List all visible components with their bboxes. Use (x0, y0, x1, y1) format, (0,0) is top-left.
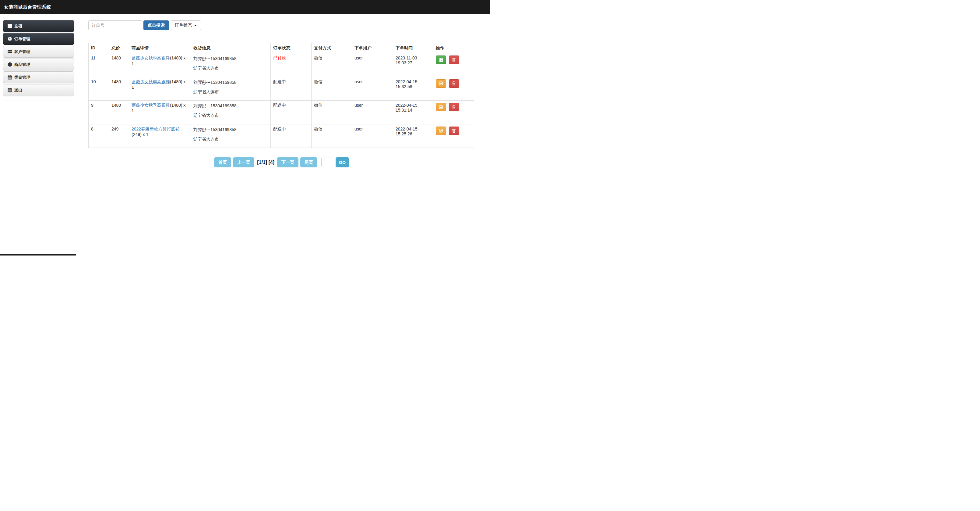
table-row: 10 1480 蔷薇少女秋季高跟鞋(1480) x 1 刘羿彤---153041… (89, 77, 474, 101)
confirm-order-button[interactable] (436, 103, 446, 111)
sidebar-item-order-management[interactable]: 订单管理 (3, 33, 74, 45)
sidebar-item-label: 订单管理 (14, 36, 30, 42)
ship-order-button[interactable] (436, 56, 446, 64)
sidebar-item-options[interactable]: 选项 (3, 20, 74, 32)
trash-icon (452, 128, 456, 133)
first-page-button[interactable]: 首页 (214, 157, 231, 168)
order-product-cell: 蔷薇少女秋季高跟鞋(1480) x 1 (129, 53, 191, 77)
check-square-icon (439, 105, 444, 109)
globe-icon (8, 62, 12, 67)
column-header-payment: 支付方式 (312, 43, 352, 53)
page-info: [1/1] [4] (257, 160, 274, 165)
address: 辽宁省大连市 (193, 65, 268, 71)
product-link[interactable]: 蔷薇少女秋季高跟鞋 (132, 56, 170, 61)
address: 辽宁省大连市 (193, 89, 268, 95)
sidebar-item-logout[interactable]: 退出 (3, 84, 74, 96)
shipping-info-cell: 刘羿彤---15304169858 辽宁省大连市 (191, 77, 271, 101)
sidebar-item-label: 类目管理 (14, 75, 30, 80)
calendar-icon (8, 75, 12, 80)
order-time: 2022-04-15 15:25:26 (393, 124, 433, 148)
payment-method: 微信 (312, 124, 352, 148)
shipping-info-cell: 刘羿彤---15304169858 辽宁省大连市 (191, 101, 271, 125)
app-title: 女装商城后台管理系统 (4, 0, 51, 14)
order-number-input[interactable] (88, 21, 142, 30)
column-header-time: 下单时间 (393, 43, 433, 53)
order-status: 配送中 (271, 124, 312, 148)
table-row: 9 1480 蔷薇少女秋季高跟鞋(1480) x 1 刘羿彤---1530416… (89, 101, 474, 125)
column-header-id: ID (89, 43, 109, 53)
order-total: 249 (109, 124, 129, 148)
calendar-icon (8, 88, 12, 93)
column-header-total: 总价 (109, 43, 129, 53)
chevron-down-icon (194, 25, 197, 26)
confirm-order-button[interactable] (436, 126, 446, 135)
sidebar: 选项 订单管理 客户管理 商品管理 类目管理 (3, 20, 74, 97)
sidebar-item-label: 退出 (14, 88, 22, 93)
recipient: 刘羿彤---15304169858 (193, 126, 268, 133)
delete-order-button[interactable] (449, 103, 459, 111)
order-status-dropdown[interactable]: 订单状态 (171, 21, 201, 30)
delete-order-button[interactable] (449, 56, 459, 64)
order-user: user (352, 124, 393, 148)
sidebar-item-category-management[interactable]: 类目管理 (3, 71, 74, 83)
actions-cell (433, 53, 474, 77)
top-navbar: 女装商城后台管理系统 (0, 0, 490, 14)
column-header-status: 订单状态 (271, 43, 312, 53)
check-square-icon (439, 81, 444, 86)
search-button[interactable]: 点击搜索 (143, 21, 169, 30)
delete-order-button[interactable] (449, 126, 459, 135)
gear-icon (8, 37, 12, 41)
trash-icon (452, 105, 456, 109)
order-search-toolbar: 点击搜索 订单状态 (88, 21, 201, 30)
order-status: 配送中 (271, 77, 312, 101)
shipping-info-cell: 刘羿彤---15304169858 辽宁省大连市 (191, 124, 271, 148)
product-qty: (249) x 1 (132, 132, 148, 137)
order-status: 已付款 (271, 53, 312, 77)
address: 辽宁省大连市 (193, 136, 268, 142)
trash-icon (452, 57, 456, 62)
order-id: 10 (89, 77, 109, 101)
payment-method: 微信 (312, 101, 352, 125)
order-product-cell: 蔷薇少女秋季高跟鞋(1480) x 1 (129, 101, 191, 125)
actions-cell (433, 77, 474, 101)
go-button[interactable]: GO (336, 157, 349, 168)
order-id: 11 (89, 53, 109, 77)
recipient: 刘羿彤---15304169858 (193, 56, 268, 62)
trash-icon (452, 81, 456, 86)
product-link[interactable]: 蔷薇少女秋季高跟鞋 (132, 79, 170, 84)
actions-cell (433, 101, 474, 125)
order-user: user (352, 53, 393, 77)
product-link[interactable]: 蔷薇少女秋季高跟鞋 (132, 103, 170, 108)
prev-page-button[interactable]: 上一页 (233, 157, 254, 168)
order-status-dropdown-label: 订单状态 (175, 22, 192, 28)
th-large-icon (8, 24, 12, 28)
clipboard-arrow-icon (439, 57, 444, 62)
sidebar-item-product-management[interactable]: 商品管理 (3, 59, 74, 70)
table-row: 8 249 2022春装新款方领打底衫(249) x 1 刘羿彤---15304… (89, 124, 474, 148)
column-header-actions: 操作 (433, 43, 474, 53)
orders-table: ID 总价 商品详情 收货信息 订单状态 支付方式 下单用户 下单时间 操作 1… (88, 43, 474, 148)
last-page-button[interactable]: 尾页 (300, 157, 317, 168)
order-time: 2022-04-15 15:31:14 (393, 101, 433, 125)
order-user: user (352, 101, 393, 125)
pagination: 首页 上一页 [1/1] [4] 下一页 尾页 GO (88, 157, 474, 168)
order-user: user (352, 77, 393, 101)
shipping-info-cell: 刘羿彤---15304169858 辽宁省大连市 (191, 53, 271, 77)
table-header-row: ID 总价 商品详情 收货信息 订单状态 支付方式 下单用户 下单时间 操作 (89, 43, 474, 53)
order-total: 1480 (109, 101, 129, 125)
page-number-input[interactable] (321, 158, 336, 167)
credit-card-icon (8, 50, 12, 54)
address: 辽宁省大连市 (193, 112, 268, 118)
admin-page: 女装商城后台管理系统 选项 订单管理 客户管理 商品管理 (0, 0, 490, 256)
check-square-icon (439, 128, 444, 133)
column-header-product: 商品详情 (129, 43, 191, 53)
order-id: 8 (89, 124, 109, 148)
recipient: 刘羿彤---15304169858 (193, 103, 268, 109)
delete-order-button[interactable] (449, 79, 459, 88)
order-product-cell: 蔷薇少女秋季高跟鞋(1480) x 1 (129, 77, 191, 101)
product-link[interactable]: 2022春装新款方领打底衫 (132, 126, 179, 131)
next-page-button[interactable]: 下一页 (277, 157, 298, 168)
sidebar-item-customer-management[interactable]: 客户管理 (3, 46, 74, 57)
order-id: 9 (89, 101, 109, 125)
confirm-order-button[interactable] (436, 79, 446, 88)
